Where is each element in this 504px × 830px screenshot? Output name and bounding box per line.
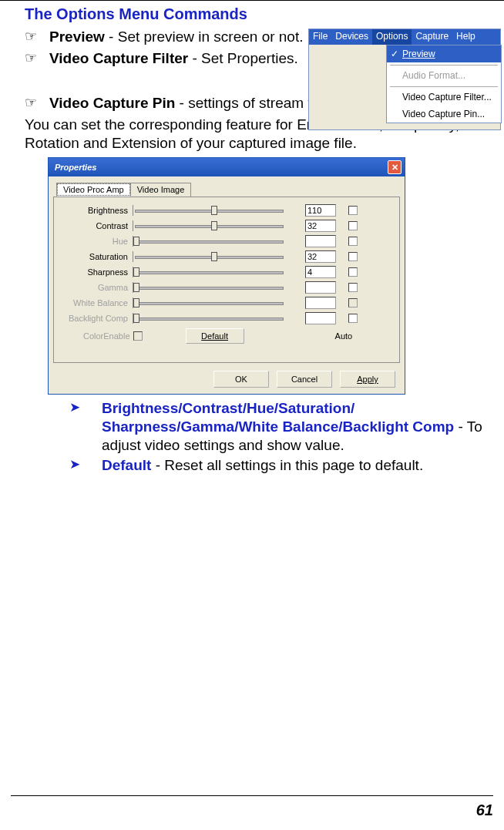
row-backlight: Backlight Comp bbox=[54, 311, 399, 325]
value-white-balance[interactable] bbox=[305, 297, 336, 309]
menu-separator bbox=[387, 62, 501, 67]
check-icon: ✓ bbox=[387, 49, 402, 59]
bullet-vcf: ☞ Video Capture Filter - Set Properties. bbox=[25, 49, 308, 68]
hand-icon: ☞ bbox=[25, 94, 49, 111]
value-hue[interactable] bbox=[305, 235, 336, 247]
titlebar: Properties ✕ bbox=[49, 158, 405, 176]
row-hue: Hue bbox=[54, 234, 399, 248]
apply-button[interactable]: Apply bbox=[340, 371, 395, 388]
slider-brightness[interactable] bbox=[133, 205, 284, 216]
value-backlight[interactable] bbox=[305, 312, 336, 324]
slider-sharpness[interactable] bbox=[133, 267, 284, 277]
options-dropdown: ✓ Preview Audio Format... Video Capture … bbox=[386, 45, 502, 123]
menubar: File Devices Options Capture Help bbox=[309, 29, 500, 45]
dropdown-vcp[interactable]: Video Capture Pin... bbox=[387, 106, 501, 123]
sub-text: Brightness/Contrast/Hue/Saturation/ Shar… bbox=[102, 399, 504, 455]
row-saturation: Saturation 32 bbox=[54, 250, 399, 264]
value-brightness[interactable]: 110 bbox=[305, 204, 336, 217]
auto-brightness-checkbox[interactable] bbox=[348, 206, 358, 215]
bullet-text: Video Capture Filter - Set Properties. bbox=[49, 49, 308, 68]
section-heading: The Options Menu Commands bbox=[25, 5, 504, 23]
properties-panel: Brightness 110 Contrast 32 Hue Saturatio… bbox=[53, 197, 400, 363]
value-contrast[interactable]: 32 bbox=[305, 220, 336, 232]
menu-file[interactable]: File bbox=[309, 29, 331, 45]
row-brightness: Brightness 110 bbox=[54, 203, 399, 217]
dropdown-preview[interactable]: ✓ Preview bbox=[387, 45, 501, 62]
menu-options[interactable]: Options bbox=[372, 29, 412, 45]
row-gamma: Gamma bbox=[54, 281, 399, 294]
row-white-balance: White Balance bbox=[54, 296, 399, 310]
tab-video-image[interactable]: Video Image bbox=[130, 183, 192, 197]
hand-icon: ☞ bbox=[25, 49, 49, 66]
bullet-text: Preview - Set preview in screen or not. bbox=[49, 28, 308, 46]
tab-video-proc-amp[interactable]: Video Proc Amp bbox=[56, 183, 131, 197]
bullet-preview: ☞ Preview - Set preview in screen or not… bbox=[25, 28, 308, 46]
row-sharpness: Sharpness 4 bbox=[54, 265, 399, 279]
slider-backlight[interactable] bbox=[133, 313, 284, 324]
auto-label: Auto bbox=[335, 331, 353, 341]
slider-hue[interactable] bbox=[133, 236, 284, 247]
auto-sharpness-checkbox[interactable] bbox=[348, 267, 358, 277]
auto-contrast-checkbox[interactable] bbox=[348, 221, 358, 230]
close-icon[interactable]: ✕ bbox=[388, 160, 402, 174]
dialog-title: Properties bbox=[55, 163, 96, 172]
color-enable-checkbox[interactable] bbox=[133, 331, 143, 341]
value-sharpness[interactable]: 4 bbox=[305, 266, 336, 278]
menu-capture[interactable]: Capture bbox=[412, 29, 452, 45]
dropdown-vcf[interactable]: Video Capture Filter... bbox=[387, 89, 501, 106]
dropdown-audio-format[interactable]: Audio Format... bbox=[387, 67, 501, 84]
ok-button[interactable]: OK bbox=[213, 371, 269, 388]
auto-hue-checkbox[interactable] bbox=[348, 237, 358, 246]
default-button[interactable]: Default bbox=[186, 328, 244, 344]
triangle-icon: ➤ bbox=[69, 456, 102, 473]
auto-backlight-checkbox[interactable] bbox=[348, 314, 358, 323]
color-enable-label: ColorEnable bbox=[83, 331, 143, 341]
auto-gamma-checkbox[interactable] bbox=[348, 283, 358, 292]
footer-rule bbox=[11, 795, 493, 796]
menu-separator bbox=[387, 84, 501, 89]
value-gamma[interactable] bbox=[305, 281, 336, 294]
slider-gamma[interactable] bbox=[133, 282, 284, 293]
sub-text: Default - Reset all settings in this pag… bbox=[102, 456, 504, 475]
slider-saturation[interactable] bbox=[133, 251, 284, 262]
value-saturation[interactable]: 32 bbox=[305, 250, 336, 263]
properties-dialog-screenshot: Properties ✕ Video Proc Amp Video Image … bbox=[48, 157, 405, 395]
menu-help[interactable]: Help bbox=[452, 29, 479, 45]
cancel-button[interactable]: Cancel bbox=[277, 371, 332, 388]
hand-icon: ☞ bbox=[25, 28, 49, 45]
slider-contrast[interactable] bbox=[133, 220, 284, 231]
sub-bullet-default: ➤ Default - Reset all settings in this p… bbox=[69, 456, 504, 475]
triangle-icon: ➤ bbox=[69, 399, 102, 416]
auto-wb-checkbox[interactable] bbox=[348, 298, 358, 307]
sub-bullet-adjust: ➤ Brightness/Contrast/Hue/Saturation/ Sh… bbox=[69, 399, 504, 455]
page-number: 61 bbox=[476, 801, 493, 819]
options-menu-screenshot: File Devices Options Capture Help ✓ Prev… bbox=[308, 29, 501, 130]
slider-white-balance[interactable] bbox=[133, 297, 284, 308]
auto-saturation-checkbox[interactable] bbox=[348, 252, 358, 261]
menu-devices[interactable]: Devices bbox=[331, 29, 372, 45]
row-contrast: Contrast 32 bbox=[54, 219, 399, 233]
